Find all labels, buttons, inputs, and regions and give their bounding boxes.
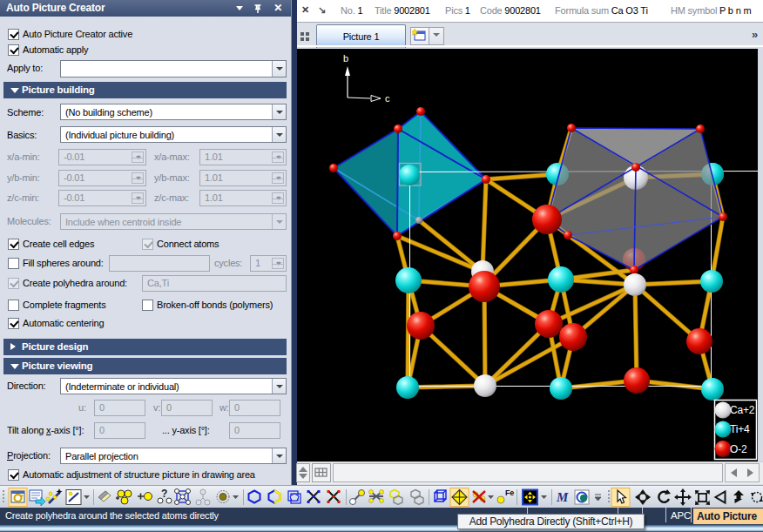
svg-text:b: b bbox=[343, 53, 348, 64]
svg-text:Ti+4: Ti+4 bbox=[730, 423, 750, 435]
svg-text:Ca+2: Ca+2 bbox=[730, 404, 755, 416]
svg-text:c: c bbox=[385, 93, 390, 104]
svg-text:M: M bbox=[556, 490, 569, 504]
svg-text:O-2: O-2 bbox=[730, 443, 747, 455]
svg-text:?: ? bbox=[161, 488, 167, 500]
svg-text:Fe: Fe bbox=[505, 488, 514, 497]
